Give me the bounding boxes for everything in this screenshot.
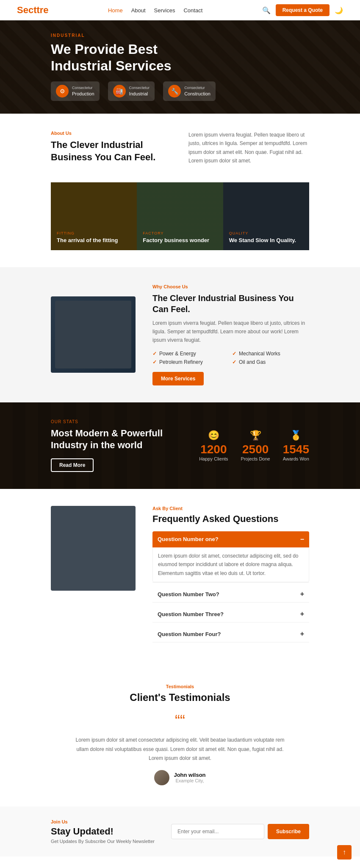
testimonial-text: Lorem ipsum dolor sit amet consectetur a… xyxy=(74,736,286,763)
navbar-actions: 🔍 Request a Quote 🌙 xyxy=(262,4,343,16)
awards-won-icon: 🥇 xyxy=(283,430,309,441)
nav-services[interactable]: Services xyxy=(154,7,175,14)
hero-badge-construction: 🔧 Consectetur Construction xyxy=(163,81,216,101)
stats-numbers: 😊 1200 Happy Clients 🏆 2500 Projects Don… xyxy=(199,430,309,461)
image-card-quality[interactable]: QUALITY We Stand Slow In Quality. xyxy=(223,182,309,250)
subscribe-button[interactable]: Subscribe xyxy=(268,824,309,839)
nav-home[interactable]: Home xyxy=(108,7,123,14)
testimonials-title: Client's Testimonials xyxy=(51,692,309,703)
newsletter-join-label: Join Us xyxy=(51,819,155,824)
read-more-button[interactable]: Read More xyxy=(51,458,94,472)
hero-badge-industrial: 🏭 Consectetur Industrial xyxy=(108,81,155,101)
faq-section: Ask By Client Frequently Asked Questions… xyxy=(0,489,360,663)
hero-content: INDUSTRIAL We Provide Best Industrial Se… xyxy=(51,33,220,101)
logo-highlight: re xyxy=(40,5,49,15)
stats-tag: Our Stats xyxy=(51,419,182,424)
footer: About Us Vestibulum ante ipsum primis in… xyxy=(0,857,360,868)
happy-clients-icon: 😊 xyxy=(199,430,228,441)
projects-done-label: Projects Done xyxy=(241,456,270,461)
newsletter-section: Join Us Stay Updated! Get Updates By Sub… xyxy=(0,807,360,857)
why-feature-3: Petroleum Refinery xyxy=(152,359,230,365)
stat-awards-won: 🥇 1545 Awards Won xyxy=(283,430,309,461)
hero-tag: INDUSTRIAL xyxy=(51,33,220,38)
faq-item-4: Question Number Four? + xyxy=(152,626,309,642)
nav-about[interactable]: About xyxy=(131,7,146,14)
logo[interactable]: Secttre xyxy=(17,5,49,16)
why-image-inner xyxy=(55,301,131,368)
hero-badge-production-text: Consectetur Production xyxy=(72,86,94,97)
happy-clients-label: Happy Clients xyxy=(199,456,228,461)
why-features: Power & Energy Mechanical Works Petroleu… xyxy=(152,351,309,365)
image-card-factory[interactable]: FACTORY Factory business wonder xyxy=(137,182,223,250)
stat-projects-done: 🏆 2500 Projects Done xyxy=(241,430,270,461)
testimonial-author: John wilson Example City, xyxy=(51,770,309,785)
faq-expand-icon-3: + xyxy=(300,610,304,618)
faq-item-1: Question Number one? − Lorem ipsum dolor… xyxy=(152,531,309,583)
why-feature-1: Power & Energy xyxy=(152,351,230,357)
about-tag: About Us xyxy=(51,131,172,136)
why-image xyxy=(51,296,136,373)
faq-question-4[interactable]: Question Number Four? + xyxy=(152,626,309,642)
awards-won-label: Awards Won xyxy=(283,456,309,461)
navbar: Secttre Home About Services Contact 🔍 Re… xyxy=(0,0,360,20)
why-feature-4: Oil and Gas xyxy=(232,359,309,365)
faq-content: Ask By Client Frequently Asked Questions… xyxy=(152,506,309,646)
email-input[interactable] xyxy=(171,824,264,839)
newsletter-form: Subscribe xyxy=(171,824,309,839)
stats-section: Our Stats Most Modern & Powerfull Indust… xyxy=(0,402,360,489)
dark-mode-icon[interactable]: 🌙 xyxy=(335,6,343,14)
faq-expand-icon-2: + xyxy=(300,590,304,598)
image-card-fitting[interactable]: FITTING The arrival of the fitting xyxy=(51,182,137,250)
testimonials-section: Testimonials Client's Testimonials ““ Lo… xyxy=(0,663,360,807)
testimonials-tag: Testimonials xyxy=(51,684,309,689)
construction-icon: 🔧 xyxy=(168,85,181,98)
production-icon: ⚙ xyxy=(56,85,69,98)
hero-badge-construction-text: Consectetur Construction xyxy=(184,86,210,97)
more-services-button[interactable]: More Services xyxy=(152,372,204,385)
hero-title: We Provide Best Industrial Services xyxy=(51,41,220,74)
testimonial-avatar xyxy=(154,770,169,785)
hero-badge-production: ⚙ Consectetur Production xyxy=(51,81,100,101)
why-title: The Clever Industrial Business You Can F… xyxy=(152,293,309,315)
nav-links: Home About Services Contact xyxy=(108,7,202,14)
why-section: Why Choose Us The Clever Industrial Busi… xyxy=(0,267,360,402)
quote-button[interactable]: Request a Quote xyxy=(276,4,330,16)
faq-question-1[interactable]: Question Number one? − xyxy=(152,531,309,547)
projects-done-number: 2500 xyxy=(241,443,270,456)
about-section: About Us The Clever Industrial Business … xyxy=(0,114,360,182)
nav-contact[interactable]: Contact xyxy=(183,7,202,14)
faq-collapse-icon-1: − xyxy=(300,536,304,543)
newsletter-title: Stay Updated! xyxy=(51,826,155,837)
industrial-icon: 🏭 xyxy=(113,85,126,98)
scroll-top-button[interactable]: ↑ xyxy=(337,845,352,860)
faq-image xyxy=(51,506,136,591)
search-icon[interactable]: 🔍 xyxy=(262,6,271,14)
faq-tag: Ask By Client xyxy=(152,506,309,511)
about-description: Lorem ipsum viverra feugiat. Pellen teaq… xyxy=(188,131,309,165)
testimonial-author-info: John wilson Example City, xyxy=(174,772,205,783)
hero-badges: ⚙ Consectetur Production 🏭 Consectetur I… xyxy=(51,81,220,101)
stats-title: Most Modern & Powerfull Industry in the … xyxy=(51,427,182,452)
faq-title: Frequently Asked Questions xyxy=(152,514,309,525)
stat-happy-clients: 😊 1200 Happy Clients xyxy=(199,430,228,461)
newsletter-left: Join Us Stay Updated! Get Updates By Sub… xyxy=(51,819,155,844)
about-left: About Us The Clever Industrial Business … xyxy=(51,131,172,163)
faq-question-3[interactable]: Question Number Three? + xyxy=(152,606,309,622)
projects-done-icon: 🏆 xyxy=(241,430,270,441)
hero-section: INDUSTRIAL We Provide Best Industrial Se… xyxy=(0,20,360,114)
faq-answer-1: Lorem ipsum dolor sit amet, consectetur … xyxy=(152,547,309,582)
happy-clients-number: 1200 xyxy=(199,443,228,456)
faq-item-3: Question Number Three? + xyxy=(152,606,309,622)
faq-item-2: Question Number Two? + xyxy=(152,586,309,603)
why-description: Lorem ipsum viverra feugiat. Pellen teaq… xyxy=(152,319,309,345)
quote-icon: ““ xyxy=(51,712,309,730)
why-feature-2: Mechanical Works xyxy=(232,351,309,357)
testimonial-name: John wilson xyxy=(174,772,205,778)
testimonial-city: Example City, xyxy=(174,778,205,783)
awards-won-number: 1545 xyxy=(283,443,309,456)
about-title: The Clever Industrial Business You Can F… xyxy=(51,139,172,163)
faq-expand-icon-4: + xyxy=(300,630,304,638)
faq-question-2[interactable]: Question Number Two? + xyxy=(152,586,309,602)
newsletter-subtitle: Get Updates By Subscribe Our Weekly News… xyxy=(51,839,155,844)
hero-badge-industrial-text: Consectetur Industrial xyxy=(129,86,150,97)
